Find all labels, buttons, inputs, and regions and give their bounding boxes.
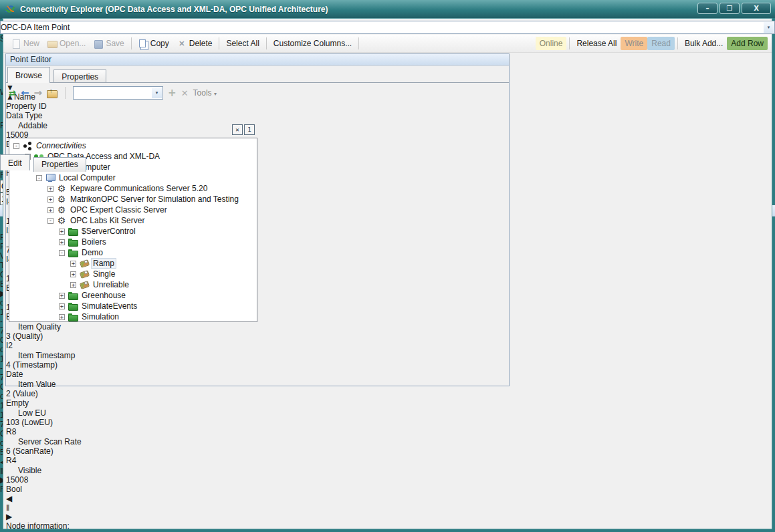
toolbar-separator xyxy=(358,37,359,49)
browse-path-combobox[interactable]: ▼ xyxy=(73,86,163,100)
tree-item-opc-labs-kit-server[interactable]: -⚙OPC Labs Kit Server xyxy=(11,215,257,226)
expander-icon[interactable]: + xyxy=(70,271,76,277)
new-button[interactable]: New xyxy=(7,37,43,50)
tree-item-demo[interactable]: -Demo xyxy=(11,247,257,258)
tree-item-kepware-server[interactable]: +⚙Kepware Communications Server 5.20 xyxy=(11,183,257,194)
property-icon xyxy=(6,264,15,272)
add-icon[interactable]: + xyxy=(168,87,177,99)
expander-icon[interactable]: + xyxy=(70,261,76,267)
delete-button[interactable]: ✕Delete xyxy=(173,37,217,50)
tree-item-opc-expert-server[interactable]: +⚙OPC Expert Classic Server xyxy=(11,205,257,215)
tree-item-connectivities[interactable]: -Connectivities xyxy=(11,140,257,151)
online-button[interactable]: Online xyxy=(536,37,567,50)
tab-properties2[interactable]: Properties xyxy=(33,157,86,172)
property-icon xyxy=(6,120,15,128)
copy-button[interactable]: Copy xyxy=(134,37,173,50)
property-icon xyxy=(6,178,15,186)
app-logo-icon xyxy=(4,4,16,15)
point-editor-panel: Point Editor Browse Properties ⇄ ← → ↑ ▼… xyxy=(5,53,510,386)
tree-item-unreliable[interactable]: +Unreliable xyxy=(11,279,257,290)
scrollbar-thumb[interactable]: ⦀ xyxy=(6,503,177,512)
point-editor-tabstrip: Browse Properties xyxy=(7,67,108,82)
property-row[interactable]: Item Quality3 (Quality)I2 xyxy=(6,321,509,350)
branch-folder-icon xyxy=(68,313,78,321)
tab-edit[interactable]: Edit xyxy=(0,154,30,170)
tab-browse[interactable]: Browse xyxy=(7,67,50,83)
expander-icon[interactable]: + xyxy=(59,239,65,245)
back-icon[interactable]: ← xyxy=(21,87,29,99)
up-level-folder-icon[interactable]: ↑ xyxy=(47,89,58,98)
splitter-one-button[interactable]: 1 xyxy=(244,124,255,135)
read-button[interactable]: Read xyxy=(647,37,675,50)
server-gear-icon: ⚙ xyxy=(57,184,66,192)
property-row[interactable]: Visible15008Bool xyxy=(6,465,509,494)
property-row[interactable]: Item Value2 (Value)Empty xyxy=(6,379,509,408)
scroll-left-icon[interactable]: ◀ xyxy=(6,494,509,503)
tree-item-single[interactable]: +Single xyxy=(11,269,257,279)
leaf-tag-icon xyxy=(80,270,89,278)
title-bar: Connectivity Explorer (OPC Data Access a… xyxy=(0,0,775,18)
add-row-button[interactable]: Add Row xyxy=(727,37,768,50)
column-header-data-type[interactable]: Data Type xyxy=(6,111,509,120)
expander-icon[interactable]: - xyxy=(47,218,53,224)
chevron-down-icon[interactable]: ▼ xyxy=(764,22,774,33)
point-type-combobox[interactable]: OPC-DA Item Point ▼ xyxy=(0,21,775,34)
maximize-button[interactable]: ❒ xyxy=(719,3,740,14)
expander-icon[interactable]: + xyxy=(59,314,65,320)
browse-tab-page: ⇄ ← → ↑ ▼ + ✕ Tools ▾ ✕ 1 -Connectivitie… xyxy=(6,82,509,386)
scroll-right-icon[interactable]: ▶ xyxy=(6,512,509,521)
delete-x-icon: ✕ xyxy=(177,39,187,48)
refresh-icon[interactable]: ⇄ xyxy=(9,88,16,98)
property-row[interactable]: Item Timestamp4 (Timestamp)Date xyxy=(6,350,509,379)
tree-item-servercontrol[interactable]: +$ServerControl xyxy=(11,226,257,237)
chevron-down-icon[interactable]: ▼ xyxy=(152,88,162,98)
customize-columns-button[interactable]: Customize Columns... xyxy=(269,37,356,50)
property-icon xyxy=(6,379,15,387)
expander-icon[interactable]: + xyxy=(59,229,65,235)
close-button[interactable]: X xyxy=(742,3,771,14)
property-row[interactable]: Low EU103 (LowEU)R8 xyxy=(6,408,509,436)
forward-icon[interactable]: → xyxy=(33,87,42,99)
column-header-property-id[interactable]: Property ID xyxy=(6,102,509,111)
tools-dropdown[interactable]: Tools ▾ xyxy=(193,88,217,98)
branch-folder-icon xyxy=(68,249,78,257)
expander-icon[interactable]: + xyxy=(47,186,53,192)
toolbar-separator xyxy=(131,37,132,49)
property-icon xyxy=(6,408,15,416)
toolbar-separator xyxy=(266,37,267,49)
expander-icon[interactable]: + xyxy=(47,196,53,203)
remove-icon[interactable]: ✕ xyxy=(181,88,189,98)
branch-folder-icon xyxy=(68,302,78,310)
bulk-add-button[interactable]: Bulk Add... xyxy=(681,37,727,50)
expander-icon[interactable]: + xyxy=(59,293,65,299)
release-all-button[interactable]: Release All xyxy=(572,37,621,50)
expander-icon[interactable]: + xyxy=(59,303,65,309)
splitter-close-button[interactable]: ✕ xyxy=(232,124,243,135)
minimize-button[interactable]: – xyxy=(697,3,717,14)
expander-icon[interactable]: + xyxy=(70,282,76,288)
select-all-button[interactable]: Select All xyxy=(222,37,263,50)
properties-horizontal-scrollbar[interactable]: ◀ ⦀ ▶ xyxy=(6,494,509,521)
branch-folder-icon xyxy=(68,227,78,235)
expander-icon[interactable]: + xyxy=(47,207,53,213)
tree-item-simulation[interactable]: +Simulation xyxy=(11,311,257,322)
tree-item-greenhouse[interactable]: +Greenhouse xyxy=(11,290,257,301)
property-icon xyxy=(6,465,15,473)
tree-item-boilers[interactable]: +Boilers xyxy=(11,237,257,247)
expander-icon[interactable]: - xyxy=(59,250,65,256)
tree-item-simulateevents[interactable]: +SimulateEvents xyxy=(11,301,257,311)
save-button[interactable]: Save xyxy=(90,37,128,50)
window-title: Connectivity Explorer (OPC Data Access a… xyxy=(20,5,328,14)
tree-item-local-computer[interactable]: -Local Computer xyxy=(11,172,257,183)
expander-icon[interactable]: - xyxy=(13,143,19,149)
copy-icon xyxy=(138,39,148,48)
toolbar-separator xyxy=(219,37,219,49)
property-icon xyxy=(6,235,15,243)
write-button[interactable]: Write xyxy=(621,37,647,50)
tree-item-ramp[interactable]: +Ramp xyxy=(11,258,257,269)
tree-item-matrikon-server[interactable]: +⚙MatrikonOPC Server for Simulation and … xyxy=(11,194,257,205)
expander-icon[interactable]: - xyxy=(36,175,42,181)
property-row[interactable]: Server Scan Rate6 (ScanRate)R4 xyxy=(6,436,509,465)
open-button[interactable]: Open... xyxy=(43,37,90,50)
point-editor-header: Point Editor xyxy=(6,54,509,65)
